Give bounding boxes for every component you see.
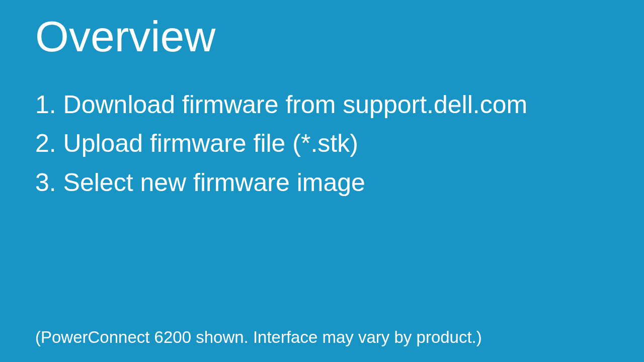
step-item: 2. Upload firmware file (*.stk) xyxy=(35,124,609,163)
step-item: 1. Download firmware from support.dell.c… xyxy=(35,85,609,125)
step-item: 3. Select new firmware image xyxy=(35,163,609,203)
steps-list: 1. Download firmware from support.dell.c… xyxy=(35,85,609,328)
slide-title: Overview xyxy=(35,13,609,60)
footnote-text: (PowerConnect 6200 shown. Interface may … xyxy=(35,328,609,347)
